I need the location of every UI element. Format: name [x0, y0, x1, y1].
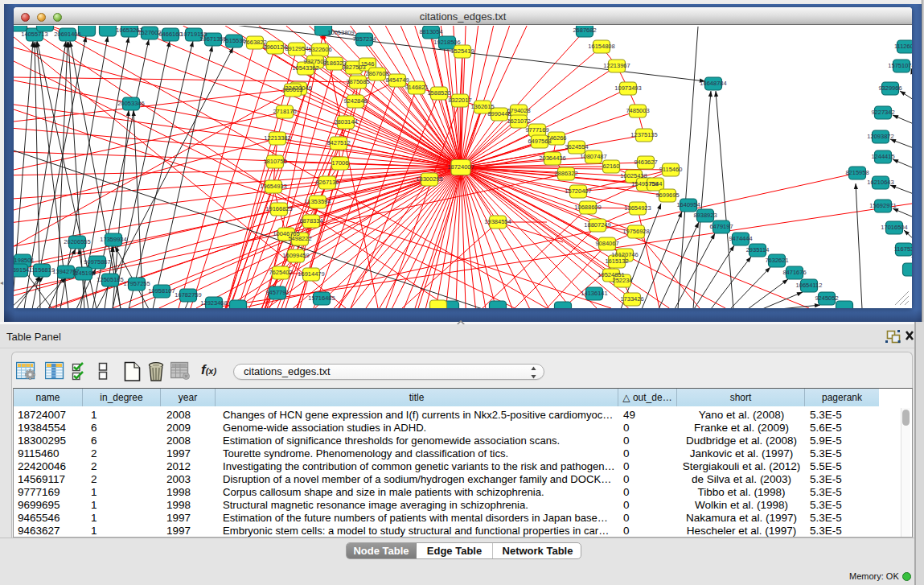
- svg-text:1588520: 1588520: [427, 89, 450, 97]
- svg-text:19654933: 19654933: [260, 183, 286, 190]
- svg-text:16154808: 16154808: [588, 43, 614, 50]
- svg-text:1810755: 1810755: [263, 158, 286, 165]
- svg-text:5198501: 5198501: [14, 257, 35, 264]
- svg-text:11353594: 11353594: [305, 198, 331, 205]
- svg-text:989013: 989013: [282, 86, 302, 93]
- svg-text:9329966: 9329966: [878, 84, 901, 92]
- svg-text:14055713: 14055713: [21, 31, 47, 38]
- svg-text:12213382: 12213382: [264, 134, 290, 142]
- svg-text:5498222: 5498222: [288, 235, 311, 242]
- svg-text:252234: 252234: [612, 277, 632, 284]
- svg-text:9146821: 9146821: [405, 84, 428, 91]
- svg-text:1640954: 1640954: [676, 201, 700, 208]
- svg-text:3875685: 3875685: [346, 78, 369, 85]
- svg-text:2935114: 2935114: [746, 246, 770, 253]
- svg-text:7544: 7544: [649, 180, 663, 187]
- svg-text:90975867: 90975867: [84, 258, 110, 266]
- svg-text:8960124: 8960124: [263, 43, 286, 51]
- svg-text:17359934: 17359934: [100, 236, 126, 243]
- svg-text:16914479: 16914479: [298, 270, 324, 278]
- svg-text:2803144: 2803144: [334, 118, 357, 126]
- svg-text:15716485: 15716485: [308, 295, 335, 302]
- svg-text:62160: 62160: [603, 163, 620, 170]
- svg-text:7485003: 7485003: [626, 107, 649, 114]
- svg-text:19166825: 19166825: [265, 205, 292, 212]
- svg-text:10654112: 10654112: [796, 282, 823, 289]
- svg-text:10053809: 10053809: [327, 29, 354, 36]
- svg-text:1244415: 1244415: [871, 153, 894, 160]
- svg-text:17006: 17006: [332, 159, 349, 167]
- svg-text:7632621: 7632621: [765, 257, 788, 264]
- svg-text:9457791: 9457791: [265, 289, 289, 296]
- svg-text:5322606: 5322606: [308, 46, 331, 53]
- svg-text:8878334: 8878334: [299, 217, 322, 225]
- svg-text:15692971: 15692971: [869, 202, 896, 209]
- svg-text:7857234: 7857234: [352, 35, 376, 43]
- svg-text:1362615: 1362615: [470, 103, 494, 110]
- svg-text:17957255: 17957255: [123, 280, 150, 287]
- svg-text:16782759: 16782759: [175, 291, 201, 299]
- svg-text:19756928: 19756928: [622, 228, 649, 235]
- svg-text:7515536: 7515536: [222, 37, 245, 44]
- svg-text:10688609: 10688609: [574, 204, 601, 211]
- svg-text:8322017: 8322017: [448, 97, 471, 104]
- svg-text:7625402: 7625402: [269, 269, 292, 276]
- svg-text:746266: 746266: [546, 134, 566, 142]
- svg-text:16648784: 16648784: [700, 80, 726, 87]
- svg-text:9115460: 9115460: [659, 166, 683, 173]
- svg-text:8938923: 8938923: [693, 212, 717, 219]
- svg-text:1546: 1546: [361, 60, 375, 68]
- svg-text:9084067: 9084067: [595, 240, 618, 247]
- svg-text:12213967: 12213967: [603, 62, 630, 69]
- svg-text:116753: 116753: [894, 245, 912, 253]
- svg-text:8813054: 8813054: [419, 28, 442, 35]
- svg-text:8454749: 8454749: [385, 76, 409, 84]
- svg-text:18300295: 18300295: [416, 175, 442, 183]
- svg-text:9777169: 9777169: [525, 126, 548, 134]
- svg-text:9242848: 9242848: [343, 97, 367, 105]
- svg-text:3624554: 3624554: [565, 143, 588, 150]
- svg-text:9227342: 9227342: [871, 109, 894, 116]
- svg-text:18724007: 18724007: [447, 163, 474, 171]
- svg-text:2886322: 2886322: [554, 170, 577, 177]
- svg-text:12375135: 12375135: [630, 131, 657, 138]
- svg-text:12923468: 12923468: [200, 299, 227, 307]
- svg-text:15720407: 15720407: [565, 187, 591, 195]
- svg-text:12505185: 12505185: [97, 276, 123, 283]
- svg-text:1615132: 1615132: [605, 257, 628, 265]
- svg-text:10543362: 10543362: [292, 64, 318, 72]
- svg-text:6479197: 6479197: [709, 223, 733, 230]
- svg-text:9245052: 9245052: [815, 295, 838, 302]
- svg-text:12093872: 12093872: [867, 133, 893, 140]
- svg-text:17016504: 17016504: [881, 224, 907, 231]
- svg-text:6794028: 6794028: [507, 107, 530, 114]
- svg-text:8215958: 8215958: [845, 169, 869, 176]
- svg-text:20053346: 20053346: [117, 100, 144, 107]
- svg-text:1145193: 1145193: [72, 270, 96, 277]
- svg-text:16099459: 16099459: [282, 252, 309, 259]
- svg-text:6466160: 6466160: [158, 31, 182, 38]
- svg-text:1527602: 1527602: [138, 29, 161, 36]
- svg-text:9474444: 9474444: [729, 235, 752, 242]
- svg-text:9463627: 9463627: [634, 159, 657, 166]
- svg-text:19384554: 19384554: [484, 218, 511, 225]
- svg-text:8267130: 8267130: [315, 179, 339, 186]
- svg-text:10807487: 10807487: [580, 153, 606, 160]
- svg-text:10973493: 10973493: [614, 84, 641, 92]
- svg-text:1621072: 1621072: [507, 117, 530, 125]
- svg-text:1112606: 1112606: [894, 43, 912, 50]
- svg-text:16210643: 16210643: [867, 179, 893, 186]
- svg-text:19218506: 19218506: [433, 39, 460, 46]
- svg-text:1733426: 1733426: [620, 295, 643, 303]
- svg-text:20364436: 20364436: [539, 154, 565, 162]
- svg-text:13654923: 13654923: [624, 204, 651, 212]
- svg-text:1525419: 1525419: [450, 47, 474, 55]
- svg-text:11156819: 11156819: [29, 266, 55, 274]
- svg-text:10025438: 10025438: [620, 172, 647, 179]
- svg-text:20691406: 20691406: [54, 31, 80, 38]
- svg-text:2718176: 2718176: [273, 108, 296, 115]
- svg-text:8471676: 8471676: [782, 269, 806, 276]
- svg-text:939154: 939154: [14, 266, 30, 274]
- svg-text:18807249: 18807249: [584, 221, 610, 229]
- svg-text:14136141: 14136141: [581, 290, 607, 297]
